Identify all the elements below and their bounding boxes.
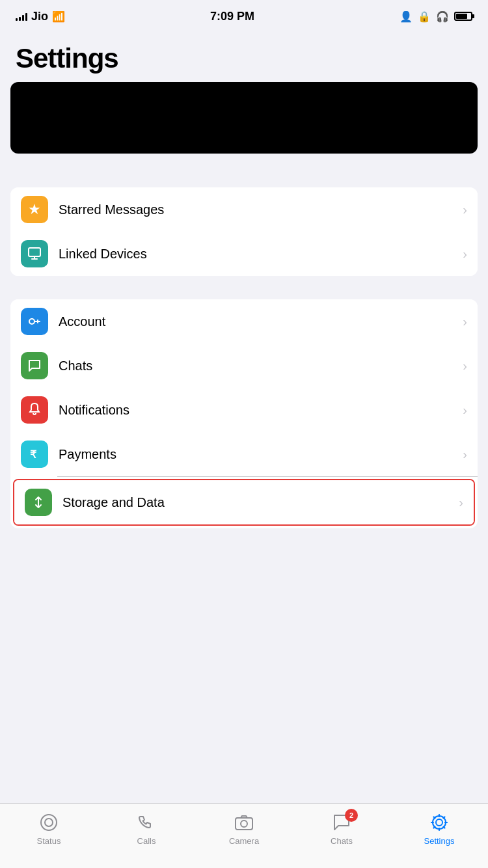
signal-bar-1 — [16, 18, 18, 21]
storage-arrows-svg — [31, 495, 46, 510]
status-time: 7:09 PM — [210, 10, 254, 23]
page-title: Settings — [16, 43, 472, 74]
storage-icon — [25, 489, 52, 516]
rupee-svg: ₹ — [27, 446, 42, 462]
battery-fill — [456, 14, 467, 19]
status-tab-icon — [38, 811, 60, 834]
starred-messages-icon: ★ — [21, 196, 48, 223]
tab-bar: Status Calls Camera 2 Chats — [0, 803, 488, 868]
svg-point-4 — [45, 819, 53, 826]
calls-tab-icon — [135, 811, 157, 834]
account-chevron: › — [463, 314, 467, 329]
settings-item-payments[interactable]: ₹ Payments › — [10, 432, 478, 476]
settings-item-chats[interactable]: Chats › — [10, 344, 478, 388]
svg-point-3 — [41, 815, 57, 830]
tab-item-calls[interactable]: Calls — [98, 811, 195, 846]
chats-label: Chats — [59, 359, 463, 373]
settings-item-account[interactable]: Account › — [10, 299, 478, 344]
calls-svg — [135, 811, 157, 834]
signal-bar-3 — [22, 15, 24, 21]
settings-item-starred[interactable]: ★ Starred Messages › — [10, 187, 478, 232]
section-gap-2 — [0, 276, 488, 299]
svg-text:₹: ₹ — [30, 449, 37, 460]
bell-svg — [27, 402, 42, 418]
storage-highlight-wrapper: Storage and Data › — [13, 479, 475, 526]
notifications-label: Notifications — [59, 403, 463, 418]
status-bar: Jio 📶 7:09 PM 👤 🔒 🎧 — [0, 0, 488, 33]
settings-gear-svg — [428, 811, 450, 834]
main-content: Jio 📶 7:09 PM 👤 🔒 🎧 Settings ★ Starred M… — [0, 0, 488, 626]
account-label: Account — [59, 314, 463, 329]
signal-bar-2 — [19, 17, 21, 21]
chats-badge: 2 — [345, 809, 358, 822]
tab-item-camera[interactable]: Camera — [195, 811, 293, 846]
linked-devices-label: Linked Devices — [59, 247, 463, 262]
svg-point-6 — [241, 821, 247, 827]
tab-item-status[interactable]: Status — [0, 811, 98, 846]
lock-icon: 🔒 — [418, 10, 431, 23]
svg-point-7 — [436, 819, 442, 826]
chat-bubble-svg — [27, 358, 42, 373]
payments-label: Payments — [59, 447, 463, 462]
camera-tab-label: Camera — [229, 836, 259, 846]
star-symbol: ★ — [28, 201, 41, 218]
chats-tab-label: Chats — [331, 836, 353, 846]
signal-bars — [16, 12, 27, 21]
tab-item-chats[interactable]: 2 Chats — [293, 811, 390, 846]
payments-icon: ₹ — [21, 441, 48, 468]
notifications-chevron: › — [463, 403, 467, 418]
payments-chevron: › — [463, 447, 467, 462]
person-icon: 👤 — [400, 10, 413, 23]
carrier-label: Jio — [31, 10, 48, 23]
settings-item-linked[interactable]: Linked Devices › — [10, 232, 478, 276]
profile-card[interactable] — [10, 82, 478, 154]
signal-bar-4 — [25, 13, 27, 21]
key-svg — [27, 314, 42, 329]
camera-tab-icon — [233, 811, 255, 834]
svg-rect-5 — [236, 818, 252, 830]
settings-group-2: Account › Chats › Notifications › — [10, 299, 478, 528]
monitor-svg — [27, 246, 42, 262]
chats-tab-icon: 2 — [331, 811, 353, 834]
storage-label: Storage and Data — [62, 495, 459, 510]
calls-tab-label: Calls — [137, 836, 156, 846]
battery-icon — [454, 12, 472, 21]
settings-item-notifications[interactable]: Notifications › — [10, 388, 478, 432]
headphone-icon: 🎧 — [436, 10, 449, 23]
status-svg — [38, 811, 60, 834]
settings-item-storage[interactable]: Storage and Data › — [14, 480, 474, 524]
starred-messages-label: Starred Messages — [59, 202, 463, 217]
camera-svg — [233, 811, 255, 834]
chats-icon — [21, 352, 48, 379]
linked-devices-icon — [21, 240, 48, 267]
tab-item-settings[interactable]: Settings — [390, 811, 488, 846]
wifi-icon: 📶 — [52, 10, 65, 23]
svg-point-1 — [29, 319, 34, 324]
section-gap-1 — [0, 164, 488, 187]
account-icon — [21, 308, 48, 335]
settings-tab-label: Settings — [424, 836, 455, 846]
settings-tab-icon — [428, 811, 450, 834]
settings-group-1: ★ Starred Messages › Linked Devices › — [10, 187, 478, 276]
svg-point-8 — [433, 816, 446, 829]
linked-devices-chevron: › — [463, 247, 467, 262]
status-tab-label: Status — [37, 836, 61, 846]
status-left: Jio 📶 — [16, 10, 65, 23]
chats-chevron: › — [463, 359, 467, 373]
storage-chevron: › — [459, 495, 463, 510]
status-right: 👤 🔒 🎧 — [400, 10, 472, 23]
page-title-area: Settings — [0, 33, 488, 82]
notifications-icon — [21, 396, 48, 424]
bottom-spacer — [0, 528, 488, 554]
starred-messages-chevron: › — [463, 202, 467, 217]
svg-rect-0 — [29, 248, 40, 256]
